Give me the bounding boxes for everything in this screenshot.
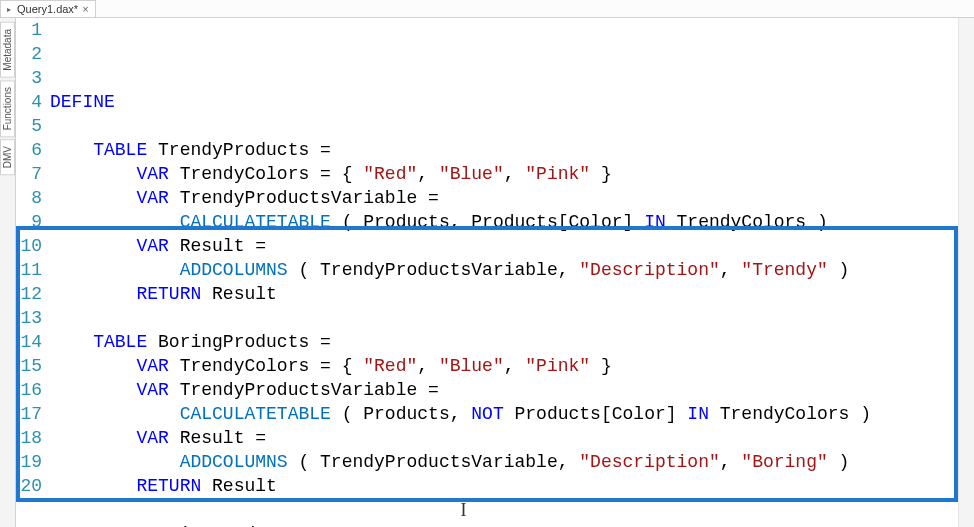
- code-line[interactable]: VAR Result =: [46, 234, 974, 258]
- code-editor[interactable]: 1234567891011121314151617181920 DEFINE T…: [16, 18, 974, 527]
- code-line[interactable]: EVALUATE BoringProducts: [46, 522, 974, 527]
- code-token: [50, 212, 180, 232]
- line-number: 14: [16, 330, 42, 354]
- line-number: 2: [16, 42, 42, 66]
- code-token: "Red": [363, 164, 417, 184]
- code-line[interactable]: [46, 306, 974, 330]
- code-token: ,: [720, 452, 742, 472]
- code-token: ADDCOLUMNS: [180, 260, 288, 280]
- code-line[interactable]: VAR TrendyColors = { "Red", "Blue", "Pin…: [46, 354, 974, 378]
- code-token: CALCULATETABLE: [180, 404, 331, 424]
- line-number: 7: [16, 162, 42, 186]
- code-token: ( Products, Products[Color]: [331, 212, 644, 232]
- line-number: 17: [16, 402, 42, 426]
- code-token: [50, 260, 180, 280]
- sidebar-tab-functions[interactable]: Functions: [0, 80, 15, 137]
- code-token: ,: [504, 164, 526, 184]
- code-line[interactable]: TABLE BoringProducts =: [46, 330, 974, 354]
- code-line[interactable]: TABLE TrendyProducts =: [46, 138, 974, 162]
- code-token: ): [828, 260, 850, 280]
- code-token: }: [590, 356, 612, 376]
- code-token: TrendyProductsVariable =: [169, 188, 439, 208]
- line-number: 5: [16, 114, 42, 138]
- code-token: [50, 356, 136, 376]
- code-line[interactable]: VAR TrendyProductsVariable =: [46, 378, 974, 402]
- line-number-gutter: 1234567891011121314151617181920: [16, 18, 46, 527]
- code-line[interactable]: ADDCOLUMNS ( TrendyProductsVariable, "De…: [46, 258, 974, 282]
- code-token: ,: [720, 260, 742, 280]
- code-token: NOT: [471, 404, 503, 424]
- line-number: 8: [16, 186, 42, 210]
- file-tab[interactable]: Query1.dax* ×: [0, 0, 96, 17]
- line-number: 12: [16, 282, 42, 306]
- code-token: IN: [644, 212, 666, 232]
- code-token: VAR: [136, 380, 168, 400]
- code-token: ,: [504, 356, 526, 376]
- code-line[interactable]: VAR Result =: [46, 426, 974, 450]
- code-token: [50, 140, 93, 160]
- code-token: TrendyColors ): [666, 212, 828, 232]
- vertical-scrollbar[interactable]: [958, 18, 974, 527]
- code-token: Result =: [169, 428, 266, 448]
- code-token: [50, 164, 136, 184]
- code-area[interactable]: DEFINE TABLE TrendyProducts = VAR Trendy…: [46, 18, 974, 527]
- code-line[interactable]: VAR TrendyProductsVariable =: [46, 186, 974, 210]
- text-cursor-icon: I: [460, 500, 466, 520]
- line-number: 13: [16, 306, 42, 330]
- code-token: VAR: [136, 236, 168, 256]
- code-line[interactable]: DEFINE: [46, 90, 974, 114]
- code-line[interactable]: ADDCOLUMNS ( TrendyProductsVariable, "De…: [46, 450, 974, 474]
- code-token: [50, 404, 180, 424]
- sidebar-tab-metadata[interactable]: Metadata: [0, 22, 15, 78]
- code-token: "Pink": [525, 356, 590, 376]
- code-token: "Boring": [741, 452, 827, 472]
- code-token: "Trendy": [741, 260, 827, 280]
- app-root: Query1.dax* × Metadata Functions DMV 123…: [0, 0, 974, 527]
- line-number: 1: [16, 18, 42, 42]
- line-number: 3: [16, 66, 42, 90]
- code-token: "Blue": [439, 164, 504, 184]
- code-token: TrendyColors ): [709, 404, 871, 424]
- code-token: Result: [201, 284, 277, 304]
- code-token: [50, 428, 136, 448]
- code-line[interactable]: [46, 114, 974, 138]
- code-token: [50, 380, 136, 400]
- line-number: 6: [16, 138, 42, 162]
- code-token: [50, 476, 136, 496]
- code-token: [50, 188, 136, 208]
- code-token: "Red": [363, 356, 417, 376]
- code-token: ( TrendyProductsVariable,: [288, 452, 580, 472]
- code-token: "Description": [579, 260, 719, 280]
- code-line[interactable]: I: [46, 498, 974, 522]
- line-number: 19: [16, 450, 42, 474]
- code-token: [50, 284, 136, 304]
- code-token: "Blue": [439, 356, 504, 376]
- close-icon[interactable]: ×: [82, 4, 88, 15]
- side-tool-strip: Metadata Functions DMV: [0, 18, 16, 527]
- workspace: Metadata Functions DMV 12345678910111213…: [0, 18, 974, 527]
- code-line[interactable]: CALCULATETABLE ( Products, NOT Products[…: [46, 402, 974, 426]
- code-token: VAR: [136, 356, 168, 376]
- line-number: 15: [16, 354, 42, 378]
- code-token: VAR: [136, 164, 168, 184]
- code-token: TABLE: [93, 332, 147, 352]
- code-token: TABLE: [93, 140, 147, 160]
- code-token: ( TrendyProductsVariable,: [288, 260, 580, 280]
- line-number: 18: [16, 426, 42, 450]
- code-token: TrendyColors = {: [169, 164, 363, 184]
- code-token: }: [590, 164, 612, 184]
- code-line[interactable]: CALCULATETABLE ( Products, Products[Colo…: [46, 210, 974, 234]
- line-number: 4: [16, 90, 42, 114]
- tab-bar: Query1.dax* ×: [0, 0, 974, 18]
- code-token: Products[Color]: [504, 404, 688, 424]
- code-token: "Pink": [525, 164, 590, 184]
- code-token: ADDCOLUMNS: [180, 452, 288, 472]
- code-token: [50, 452, 180, 472]
- line-number: 11: [16, 258, 42, 282]
- code-line[interactable]: RETURN Result: [46, 282, 974, 306]
- sidebar-tab-dmv[interactable]: DMV: [0, 139, 15, 175]
- code-token: ): [828, 452, 850, 472]
- line-number: 9: [16, 210, 42, 234]
- code-line[interactable]: VAR TrendyColors = { "Red", "Blue", "Pin…: [46, 162, 974, 186]
- code-line[interactable]: RETURN Result: [46, 474, 974, 498]
